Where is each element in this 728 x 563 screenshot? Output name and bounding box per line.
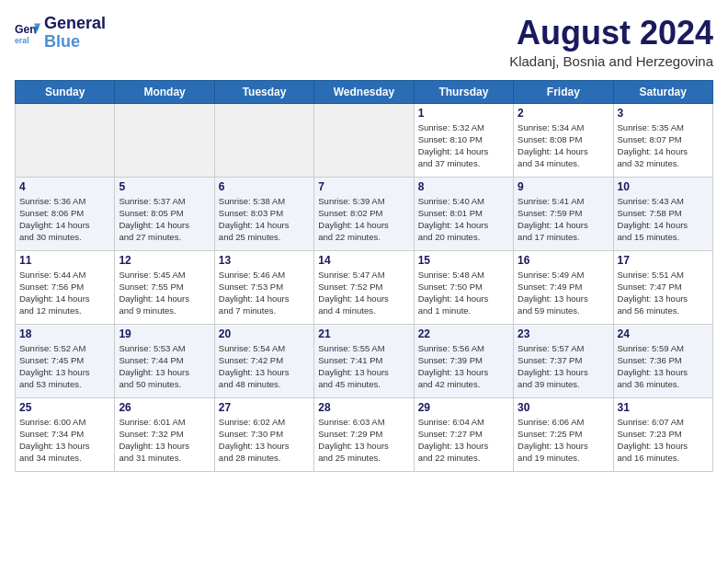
calendar-cell [314,103,414,177]
calendar-cell: 9Sunrise: 5:41 AM Sunset: 7:59 PM Daylig… [514,177,613,250]
weekday-header-saturday: Saturday [613,80,712,103]
calendar-cell: 31Sunrise: 6:07 AM Sunset: 7:23 PM Dayli… [613,397,712,471]
calendar-cell: 24Sunrise: 5:59 AM Sunset: 7:36 PM Dayli… [613,324,712,397]
day-number: 29 [418,401,509,414]
day-info: Sunrise: 5:43 AM Sunset: 7:58 PM Dayligh… [618,195,709,244]
day-info: Sunrise: 5:55 AM Sunset: 7:41 PM Dayligh… [318,342,409,391]
month-year-title: August 2024 [509,15,713,52]
day-number: 14 [318,254,409,267]
logo-text-line1: General [44,15,106,33]
calendar-cell: 17Sunrise: 5:51 AM Sunset: 7:47 PM Dayli… [613,250,712,324]
calendar-cell: 2Sunrise: 5:34 AM Sunset: 8:08 PM Daylig… [514,103,613,177]
day-info: Sunrise: 5:39 AM Sunset: 8:02 PM Dayligh… [318,195,409,244]
day-number: 12 [119,254,210,267]
day-number: 4 [19,180,110,193]
weekday-header-monday: Monday [115,80,214,103]
day-info: Sunrise: 5:52 AM Sunset: 7:45 PM Dayligh… [19,342,110,391]
calendar-table: SundayMondayTuesdayWednesdayThursdayFrid… [15,80,713,472]
location-subtitle: Kladanj, Bosnia and Herzegovina [509,53,713,69]
calendar-cell [214,103,313,177]
svg-text:eral: eral [15,35,29,44]
weekday-header-row: SundayMondayTuesdayWednesdayThursdayFrid… [16,80,713,103]
calendar-cell: 5Sunrise: 5:37 AM Sunset: 8:05 PM Daylig… [115,177,214,250]
day-info: Sunrise: 5:41 AM Sunset: 7:59 PM Dayligh… [518,195,609,244]
calendar-cell: 27Sunrise: 6:02 AM Sunset: 7:30 PM Dayli… [214,397,313,471]
day-number: 30 [518,401,609,414]
day-info: Sunrise: 5:37 AM Sunset: 8:05 PM Dayligh… [119,195,210,244]
page-header: Gen eral General Blue August 2024 Kladan… [15,15,713,69]
day-number: 6 [219,180,310,193]
calendar-cell: 11Sunrise: 5:44 AM Sunset: 7:56 PM Dayli… [16,250,115,324]
logo-icon: Gen eral [15,20,40,46]
day-info: Sunrise: 5:46 AM Sunset: 7:53 PM Dayligh… [219,269,310,317]
weekday-header-sunday: Sunday [16,80,115,103]
day-number: 25 [19,401,110,414]
calendar-cell: 26Sunrise: 6:01 AM Sunset: 7:32 PM Dayli… [115,397,214,471]
calendar-week-row: 25Sunrise: 6:00 AM Sunset: 7:34 PM Dayli… [16,397,713,471]
calendar-cell: 22Sunrise: 5:56 AM Sunset: 7:39 PM Dayli… [414,324,513,397]
day-info: Sunrise: 5:49 AM Sunset: 7:49 PM Dayligh… [518,269,609,317]
day-number: 18 [19,327,110,340]
day-number: 16 [518,254,609,267]
day-info: Sunrise: 5:57 AM Sunset: 7:37 PM Dayligh… [518,342,609,391]
day-number: 11 [19,254,110,267]
day-info: Sunrise: 5:40 AM Sunset: 8:01 PM Dayligh… [418,195,509,244]
calendar-cell: 15Sunrise: 5:48 AM Sunset: 7:50 PM Dayli… [414,250,513,324]
day-info: Sunrise: 5:51 AM Sunset: 7:47 PM Dayligh… [618,269,709,317]
day-number: 1 [418,107,509,120]
calendar-week-row: 11Sunrise: 5:44 AM Sunset: 7:56 PM Dayli… [16,250,713,324]
day-info: Sunrise: 5:54 AM Sunset: 7:42 PM Dayligh… [219,342,310,391]
calendar-cell: 25Sunrise: 6:00 AM Sunset: 7:34 PM Dayli… [16,397,115,471]
day-number: 31 [618,401,709,414]
calendar-week-row: 1Sunrise: 5:32 AM Sunset: 8:10 PM Daylig… [16,103,713,177]
calendar-cell: 16Sunrise: 5:49 AM Sunset: 7:49 PM Dayli… [514,250,613,324]
day-info: Sunrise: 5:32 AM Sunset: 8:10 PM Dayligh… [418,121,509,170]
day-info: Sunrise: 6:07 AM Sunset: 7:23 PM Dayligh… [618,416,709,465]
day-number: 10 [618,180,709,193]
day-info: Sunrise: 6:00 AM Sunset: 7:34 PM Dayligh… [19,416,110,465]
weekday-header-wednesday: Wednesday [314,80,414,103]
weekday-header-thursday: Thursday [414,80,513,103]
day-info: Sunrise: 6:01 AM Sunset: 7:32 PM Dayligh… [119,416,210,465]
day-info: Sunrise: 5:59 AM Sunset: 7:36 PM Dayligh… [618,342,709,391]
day-number: 9 [518,180,609,193]
svg-text:Gen: Gen [15,23,37,36]
day-number: 20 [219,327,310,340]
calendar-cell: 23Sunrise: 5:57 AM Sunset: 7:37 PM Dayli… [514,324,613,397]
day-info: Sunrise: 5:45 AM Sunset: 7:55 PM Dayligh… [119,269,210,317]
calendar-cell: 30Sunrise: 6:06 AM Sunset: 7:25 PM Dayli… [514,397,613,471]
calendar-cell: 18Sunrise: 5:52 AM Sunset: 7:45 PM Dayli… [16,324,115,397]
day-info: Sunrise: 5:34 AM Sunset: 8:08 PM Dayligh… [518,121,609,170]
calendar-cell: 3Sunrise: 5:35 AM Sunset: 8:07 PM Daylig… [613,103,712,177]
day-number: 24 [618,327,709,340]
calendar-cell: 14Sunrise: 5:47 AM Sunset: 7:52 PM Dayli… [314,250,414,324]
calendar-cell: 6Sunrise: 5:38 AM Sunset: 8:03 PM Daylig… [214,177,313,250]
day-info: Sunrise: 5:56 AM Sunset: 7:39 PM Dayligh… [418,342,509,391]
weekday-header-tuesday: Tuesday [214,80,313,103]
calendar-week-row: 18Sunrise: 5:52 AM Sunset: 7:45 PM Dayli… [16,324,713,397]
day-info: Sunrise: 5:53 AM Sunset: 7:44 PM Dayligh… [119,342,210,391]
day-info: Sunrise: 5:38 AM Sunset: 8:03 PM Dayligh… [219,195,310,244]
calendar-cell: 29Sunrise: 6:04 AM Sunset: 7:27 PM Dayli… [414,397,513,471]
day-number: 3 [618,107,709,120]
day-info: Sunrise: 5:36 AM Sunset: 8:06 PM Dayligh… [19,195,110,244]
day-number: 7 [318,180,409,193]
calendar-cell: 7Sunrise: 5:39 AM Sunset: 8:02 PM Daylig… [314,177,414,250]
day-number: 19 [119,327,210,340]
day-info: Sunrise: 6:06 AM Sunset: 7:25 PM Dayligh… [518,416,609,465]
day-number: 13 [219,254,310,267]
day-number: 8 [418,180,509,193]
calendar-cell: 8Sunrise: 5:40 AM Sunset: 8:01 PM Daylig… [414,177,513,250]
weekday-header-friday: Friday [514,80,613,103]
day-number: 28 [318,401,409,414]
calendar-cell: 28Sunrise: 6:03 AM Sunset: 7:29 PM Dayli… [314,397,414,471]
day-info: Sunrise: 5:47 AM Sunset: 7:52 PM Dayligh… [318,269,409,317]
calendar-cell: 21Sunrise: 5:55 AM Sunset: 7:41 PM Dayli… [314,324,414,397]
day-number: 21 [318,327,409,340]
title-block: August 2024 Kladanj, Bosnia and Herzegov… [509,15,713,69]
calendar-week-row: 4Sunrise: 5:36 AM Sunset: 8:06 PM Daylig… [16,177,713,250]
calendar-cell: 20Sunrise: 5:54 AM Sunset: 7:42 PM Dayli… [214,324,313,397]
day-info: Sunrise: 6:02 AM Sunset: 7:30 PM Dayligh… [219,416,310,465]
calendar-cell [16,103,115,177]
logo: Gen eral General Blue [15,15,106,52]
